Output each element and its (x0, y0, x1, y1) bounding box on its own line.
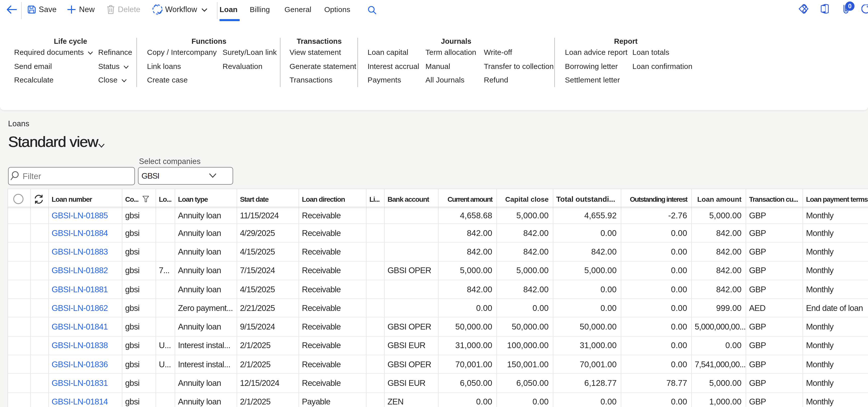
svg-text:0: 0 (848, 2, 851, 9)
